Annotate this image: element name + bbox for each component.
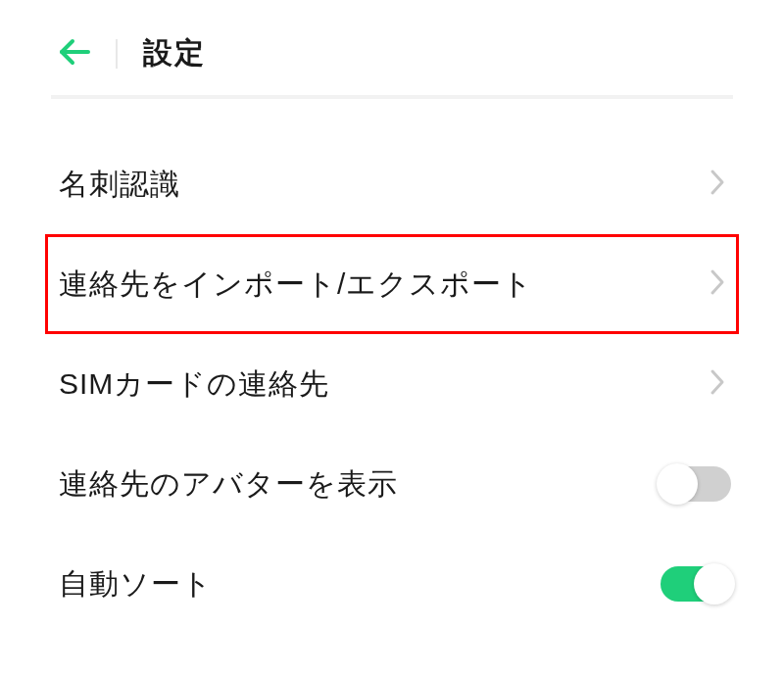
back-arrow-icon[interactable]	[59, 37, 90, 71]
setting-label: 連絡先のアバターを表示	[59, 464, 398, 505]
setting-item-sim-contacts[interactable]: SIMカードの連絡先	[45, 334, 739, 434]
chevron-right-icon	[710, 368, 725, 401]
settings-screen: 設定 名刺認識 連絡先をインポート/エクスポート SIMカードの連絡先	[4, 4, 780, 634]
header: 設定	[4, 4, 780, 95]
setting-item-namecard[interactable]: 名刺認識	[45, 134, 739, 234]
chevron-right-icon	[710, 169, 725, 201]
header-divider	[116, 39, 118, 69]
setting-item-show-avatar: 連絡先のアバターを表示	[45, 434, 739, 534]
avatar-toggle[interactable]	[661, 466, 731, 502]
toggle-knob	[694, 563, 735, 604]
setting-label: 自動ソート	[59, 564, 213, 604]
toggle-knob	[657, 463, 698, 505]
setting-item-auto-sort: 自動ソート	[45, 534, 739, 634]
setting-label: 名刺認識	[59, 165, 180, 205]
chevron-right-icon	[710, 268, 725, 301]
page-title: 設定	[143, 33, 206, 73]
setting-label: 連絡先をインポート/エクスポート	[59, 265, 533, 305]
settings-list: 名刺認識 連絡先をインポート/エクスポート SIMカードの連絡先	[4, 134, 780, 634]
setting-label: SIMカードの連絡先	[59, 364, 329, 405]
header-separator	[51, 95, 733, 99]
setting-item-import-export[interactable]: 連絡先をインポート/エクスポート	[45, 234, 739, 334]
auto-sort-toggle[interactable]	[661, 566, 731, 602]
